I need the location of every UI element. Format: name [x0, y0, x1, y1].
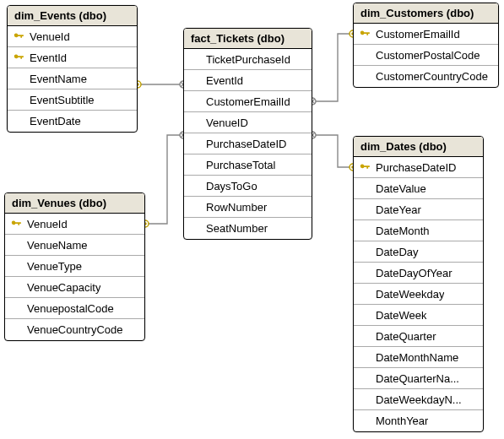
table-body: TicketPurchaseIdEventIdCustomerEmailIdVe…	[184, 49, 312, 239]
column-row[interactable]: DateWeekday	[354, 284, 483, 305]
column-row[interactable]: CustomerCountryCode	[354, 66, 498, 87]
column-name: DateValue	[372, 182, 426, 195]
column-row[interactable]: VenueType	[5, 256, 144, 277]
table-dim-events[interactable]: dim_Events (dbo) VenueIdEventIdEventName…	[7, 5, 138, 133]
table-dim-venues[interactable]: dim_Venues (dbo) VenueIdVenueNameVenueTy…	[4, 192, 145, 341]
column-name: EventName	[26, 73, 87, 85]
column-row[interactable]: EventSubtitle	[8, 89, 137, 111]
table-dim-dates[interactable]: dim_Dates (dbo) PurchaseDateIDDateValueD…	[353, 136, 484, 432]
column-name: DateQuarter	[372, 330, 436, 343]
column-row[interactable]: EventId	[184, 70, 312, 91]
column-name: DateMonth	[372, 225, 430, 237]
column-name: DateWeek	[372, 309, 426, 322]
column-row[interactable]: PurchaseDateID	[184, 133, 312, 154]
key-icon	[359, 161, 371, 173]
column-name: DaysToGo	[203, 180, 257, 192]
table-fact-tickets[interactable]: fact_Tickets (dbo) TicketPurchaseIdEvent…	[183, 28, 312, 240]
column-row[interactable]: RowNumber	[184, 197, 312, 218]
column-name: CustomerEmailId	[372, 28, 460, 41]
column-row[interactable]: PurchaseTotal	[184, 154, 312, 176]
column-row[interactable]: DateValue	[354, 178, 483, 199]
column-name: VenueId	[26, 30, 70, 43]
column-name: VenuepostalCode	[24, 302, 114, 315]
column-name: SeatNumber	[203, 222, 268, 235]
column-name: CustomerPostalCode	[372, 49, 480, 62]
column-name: EventSubtitle	[26, 94, 95, 106]
column-name: RowNumber	[203, 201, 267, 214]
column-row[interactable]: CustomerEmailId	[354, 24, 498, 45]
column-name: TicketPurchaseId	[203, 53, 290, 66]
column-name: DateWeekday	[372, 288, 444, 301]
column-name: EventId	[203, 74, 243, 87]
column-name: DateDay	[372, 246, 419, 258]
column-row[interactable]: DateMonth	[354, 220, 483, 241]
table-dim-customers[interactable]: dim_Customers (dbo) CustomerEmailIdCusto…	[353, 3, 499, 88]
column-row[interactable]: DateQuarterNa...	[354, 368, 483, 389]
column-row[interactable]: PurchaseDateID	[354, 157, 483, 178]
primary-key-icon	[357, 28, 372, 40]
column-name: PurchaseDateID	[372, 161, 456, 174]
column-row[interactable]: DaysToGo	[184, 176, 312, 197]
column-row[interactable]: DateWeek	[354, 305, 483, 326]
column-row[interactable]: VenueID	[184, 112, 312, 133]
column-name: EventId	[26, 51, 67, 64]
column-name: DateYear	[372, 203, 421, 216]
column-row[interactable]: VenueName	[5, 235, 144, 256]
column-row[interactable]: EventName	[8, 68, 137, 89]
column-name: VenueId	[24, 218, 68, 230]
column-name: CustomerCountryCode	[372, 70, 488, 83]
column-name: CustomerEmailId	[203, 95, 290, 108]
column-name: EventDate	[26, 115, 81, 127]
column-name: VenueName	[24, 239, 88, 252]
column-row[interactable]: MonthYear	[354, 410, 483, 431]
table-header: fact_Tickets (dbo)	[184, 29, 312, 49]
column-name: PurchaseDateID	[203, 138, 286, 150]
column-row[interactable]: TicketPurchaseId	[184, 49, 312, 70]
column-row[interactable]: DateQuarter	[354, 326, 483, 347]
column-name: VenueType	[24, 260, 82, 273]
column-name: DateWeekdayN...	[372, 393, 462, 406]
column-row[interactable]: CustomerPostalCode	[354, 45, 498, 66]
column-name: DateQuarterNa...	[372, 372, 459, 385]
column-name: DateDayOfYear	[372, 267, 453, 279]
table-body: VenueIdVenueNameVenueTypeVenueCapacityVe…	[5, 214, 144, 340]
key-icon	[10, 218, 22, 230]
column-row[interactable]: DateWeekdayN...	[354, 389, 483, 410]
table-header: dim_Dates (dbo)	[354, 137, 483, 157]
column-name: VenueCapacity	[24, 281, 100, 294]
table-header: dim_Events (dbo)	[8, 6, 137, 26]
primary-key-icon	[11, 51, 26, 63]
column-row[interactable]: SeatNumber	[184, 218, 312, 239]
table-header: dim_Customers (dbo)	[354, 3, 498, 24]
column-row[interactable]: DateDayOfYear	[354, 263, 483, 284]
column-name: PurchaseTotal	[203, 159, 275, 171]
column-row[interactable]: VenueId	[8, 26, 137, 47]
key-icon	[359, 28, 371, 40]
column-row[interactable]: CustomerEmailId	[184, 91, 312, 112]
column-row[interactable]: VenueId	[5, 214, 144, 235]
rel-tickets-dates	[312, 135, 353, 167]
table-body: VenueIdEventIdEventNameEventSubtitleEven…	[8, 26, 137, 132]
column-row[interactable]: VenueCountryCode	[5, 319, 144, 340]
column-row[interactable]: DateYear	[354, 199, 483, 220]
column-name: MonthYear	[372, 415, 428, 427]
column-row[interactable]: VenueCapacity	[5, 277, 144, 298]
primary-key-icon	[8, 218, 24, 230]
primary-key-icon	[357, 161, 372, 173]
table-body: CustomerEmailIdCustomerPostalCodeCustome…	[354, 24, 498, 87]
primary-key-icon	[11, 30, 26, 42]
key-icon	[13, 51, 24, 63]
column-row[interactable]: DateMonthName	[354, 347, 483, 368]
table-body: PurchaseDateIDDateValueDateYearDateMonth…	[354, 157, 483, 431]
column-row[interactable]: DateDay	[354, 241, 483, 263]
column-name: VenueCountryCode	[24, 323, 122, 336]
column-row[interactable]: EventId	[8, 47, 137, 68]
table-header: dim_Venues (dbo)	[5, 193, 144, 214]
rel-tickets-venues	[145, 135, 183, 224]
column-row[interactable]: VenuepostalCode	[5, 298, 144, 319]
column-name: DateMonthName	[372, 351, 458, 364]
column-row[interactable]: EventDate	[8, 111, 137, 132]
column-name: VenueID	[203, 117, 248, 129]
rel-tickets-customers	[312, 34, 353, 101]
key-icon	[13, 30, 24, 42]
